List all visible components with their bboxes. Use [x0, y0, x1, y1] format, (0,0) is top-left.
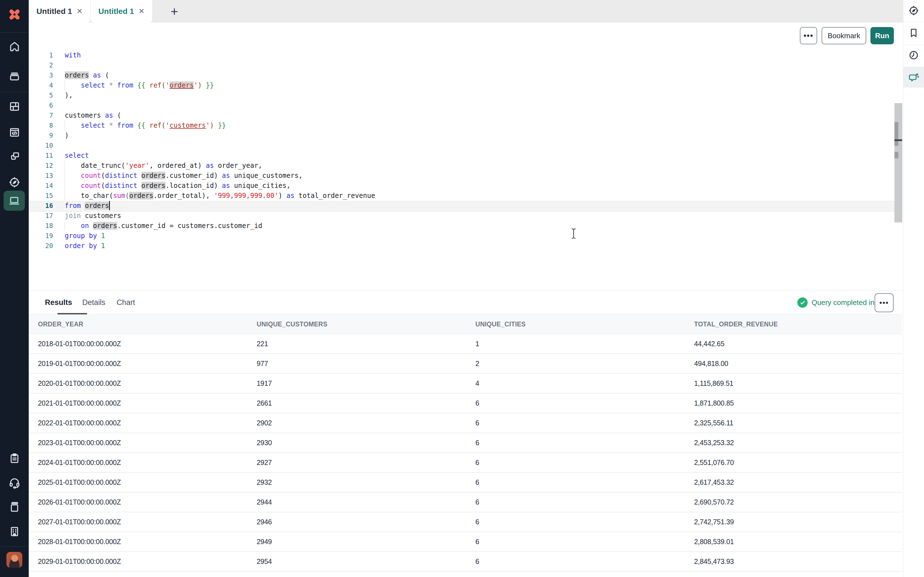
code-text: date_trunc('year', ordered_at) as order_…	[65, 161, 262, 171]
table-cell: 2661	[247, 399, 466, 407]
sidebar-item-compass[interactable]	[0, 176, 29, 189]
code-text: ),	[65, 90, 73, 100]
table-row[interactable]: 2019-01-01T00:00:00.000Z9772494,818.00	[29, 354, 902, 374]
sidebar-item-building[interactable]	[0, 525, 29, 538]
dashboard-grid-icon	[8, 100, 21, 113]
code-line-17[interactable]: 17join customers	[29, 211, 895, 221]
bookmark-button[interactable]: Bookmark	[822, 27, 866, 44]
archive-icon	[8, 70, 21, 82]
building-icon	[8, 525, 21, 538]
results-tab-details[interactable]: Details	[82, 291, 105, 314]
table-cell: 2,742,751.39	[685, 518, 902, 526]
code-line-1[interactable]: 1with	[29, 50, 895, 60]
code-line-9[interactable]: 9)	[29, 131, 895, 140]
sidebar-item-archive[interactable]	[0, 69, 29, 83]
code-line-2[interactable]: 2	[29, 60, 895, 70]
table-row[interactable]: 2028-01-01T00:00:00.000Z294962,808,539.0…	[29, 532, 902, 552]
sidebar-divider	[0, 92, 29, 92]
results-more-button[interactable]: •••	[875, 293, 893, 312]
table-row[interactable]: 2024-01-01T00:00:00.000Z292762,551,076.7…	[29, 453, 902, 473]
tab-label: Untitled 1	[37, 7, 72, 16]
document-tab-1[interactable]: Untitled 1✕	[29, 0, 90, 23]
sidebar-item-dashboard-grid[interactable]	[0, 100, 29, 113]
table-row[interactable]: 2020-01-01T00:00:00.000Z191741,115,869.5…	[29, 374, 902, 393]
table-cell: 2022-01-01T00:00:00.000Z	[29, 419, 247, 427]
table-cell: 2,845,473.93	[685, 558, 902, 566]
code-line-7[interactable]: 7customers as (	[29, 110, 895, 121]
results-tab-chart[interactable]: Chart	[116, 291, 135, 314]
table-row[interactable]: 2027-01-01T00:00:00.000Z294662,742,751.3…	[29, 513, 902, 532]
code-line-14[interactable]: 14 count(distinct orders.location_id) as…	[29, 181, 895, 191]
table-cell: 2946	[247, 518, 466, 526]
code-line-18[interactable]: 18 on orders.customer_id = customers.cus…	[29, 221, 895, 231]
sidebar-item-notebook-active[interactable]	[3, 191, 25, 211]
line-number: 7	[29, 110, 53, 121]
sidebar-item-clipboard[interactable]	[0, 452, 29, 465]
table-row[interactable]: 2029-01-01T00:00:00.000Z295462,845,473.9…	[29, 552, 902, 572]
sidebar-item-headset[interactable]	[0, 476, 29, 490]
table-header-row: ORDER_YEARUNIQUE_CUSTOMERSUNIQUE_CITIEST…	[29, 314, 902, 334]
code-text: from orders	[65, 201, 109, 211]
scrollbar-thumb[interactable]	[895, 122, 898, 146]
table-row[interactable]: 2026-01-01T00:00:00.000Z294462,690,570.7…	[29, 493, 902, 513]
code-line-10[interactable]: 10	[29, 140, 895, 150]
right-sidebar-item-bookmark[interactable]	[903, 26, 924, 40]
user-avatar[interactable]	[6, 552, 22, 568]
editor-scrollbar[interactable]	[895, 103, 902, 222]
column-header: UNIQUE_CUSTOMERS	[247, 321, 466, 328]
table-cell: 6	[466, 439, 685, 447]
table-row[interactable]: 2018-01-01T00:00:00.000Z221144,442.65	[29, 334, 902, 354]
table-cell: 2	[466, 359, 685, 367]
tab-bar: Untitled 1✕Untitled 1✕ +	[29, 0, 903, 23]
code-line-5[interactable]: 5),	[29, 90, 895, 100]
code-line-4[interactable]: 4 select * from {{ ref('orders') }}	[29, 80, 895, 90]
close-icon[interactable]: ✕	[138, 7, 144, 16]
code-line-6[interactable]: 6	[29, 100, 895, 110]
close-icon[interactable]: ✕	[76, 7, 82, 16]
right-sidebar-divider	[903, 67, 924, 67]
table-cell: 2,325,556.11	[685, 419, 902, 427]
code-line-11[interactable]: 11select	[29, 150, 895, 161]
line-number: 6	[29, 100, 53, 110]
table-cell: 6	[466, 538, 685, 546]
line-number: 1	[29, 50, 53, 60]
code-line-3[interactable]: 3orders as (	[29, 70, 895, 80]
code-line-12[interactable]: 12 date_trunc('year', ordered_at) as ord…	[29, 161, 895, 171]
table-cell: 2,617,453.32	[685, 478, 902, 487]
bookmark-icon	[908, 27, 919, 39]
table-row[interactable]: 2022-01-01T00:00:00.000Z290262,325,556.1…	[29, 413, 902, 433]
right-sidebar-item-compass[interactable]	[903, 4, 924, 17]
line-number: 16	[29, 201, 53, 211]
run-button[interactable]: Run	[871, 27, 894, 44]
table-row[interactable]: 2023-01-01T00:00:00.000Z293062,453,253.3…	[29, 433, 902, 453]
table-cell: 2,453,253.32	[685, 439, 902, 447]
sidebar-item-code-window[interactable]	[0, 126, 29, 139]
right-sidebar-item-ai-chat-sparkle[interactable]	[903, 71, 924, 85]
table-cell: 2021-01-01T00:00:00.000Z	[29, 399, 247, 407]
table-row[interactable]: 2025-01-01T00:00:00.000Z293262,617,453.3…	[29, 473, 902, 493]
sql-editor[interactable]: 1with23orders as (4 select * from {{ ref…	[29, 47, 903, 290]
table-row[interactable]: 2021-01-01T00:00:00.000Z266161,871,800.8…	[29, 393, 902, 413]
table-cell: 2028-01-01T00:00:00.000Z	[29, 538, 247, 546]
code-line-13[interactable]: 13 count(distinct orders.customer_id) as…	[29, 171, 895, 181]
table-row[interactable]: 2030-01-01T00:00:00.000Z287961,841,049.3…	[29, 572, 902, 577]
code-text: to_char(sum(orders.order_total), '999,99…	[65, 191, 375, 201]
code-line-19[interactable]: 19group by 1	[29, 231, 895, 241]
sidebar-item-book[interactable]	[0, 501, 29, 514]
new-tab-button[interactable]: +	[163, 0, 186, 23]
table-cell: 2019-01-01T00:00:00.000Z	[29, 359, 247, 367]
more-options-button[interactable]: •••	[800, 27, 817, 44]
code-line-16[interactable]: 16from orders	[29, 201, 895, 211]
code-line-15[interactable]: 15 to_char(sum(orders.order_total), '999…	[29, 191, 895, 201]
scrollbar-cursor-marker	[895, 139, 902, 141]
sidebar-item-windows[interactable]	[0, 150, 29, 163]
sidebar-item-home[interactable]	[0, 40, 29, 53]
document-tab-2[interactable]: Untitled 1✕	[90, 0, 153, 23]
code-line-20[interactable]: 20order by 1	[29, 241, 895, 251]
table-cell: 2029-01-01T00:00:00.000Z	[29, 558, 247, 566]
right-sidebar-item-history-clock[interactable]	[903, 48, 924, 62]
hex-logo[interactable]	[0, 0, 29, 29]
laptop-icon	[8, 195, 20, 207]
results-tab-results[interactable]: Results	[45, 291, 72, 314]
code-line-8[interactable]: 8 select * from {{ ref('customers') }}	[29, 121, 895, 131]
